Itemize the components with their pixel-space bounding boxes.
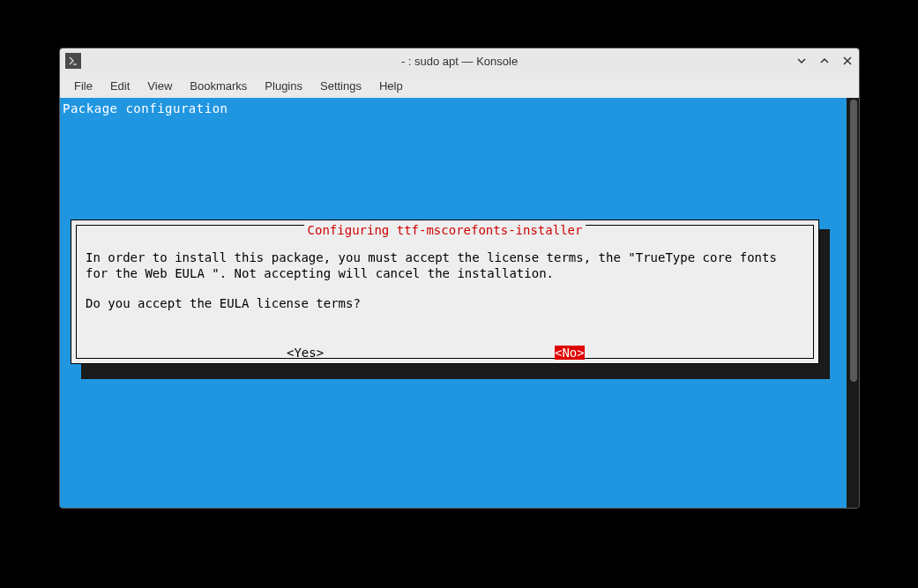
menu-edit[interactable]: Edit: [101, 76, 138, 96]
window-controls: [794, 53, 855, 69]
app-icon: [65, 53, 81, 69]
scrollbar[interactable]: [847, 98, 859, 508]
eula-dialog: Configuring ttf-mscorefonts-installer In…: [71, 220, 819, 364]
konsole-window: - : sudo apt — Konsole File Edit View Bo…: [59, 48, 860, 509]
menu-bookmarks[interactable]: Bookmarks: [181, 76, 256, 96]
menu-settings[interactable]: Settings: [311, 76, 370, 96]
no-button[interactable]: <No>: [555, 346, 585, 360]
scrollbar-thumb[interactable]: [850, 100, 857, 382]
dialog-text-1: In order to install this package, you mu…: [86, 250, 804, 281]
titlebar: - : sudo apt — Konsole: [60, 48, 859, 73]
menu-file[interactable]: File: [65, 76, 101, 96]
menu-help[interactable]: Help: [370, 76, 412, 96]
dialog-frame: Configuring ttf-mscorefonts-installer In…: [76, 225, 814, 359]
yes-button[interactable]: <Yes>: [287, 346, 324, 360]
menubar: File Edit View Bookmarks Plugins Setting…: [60, 73, 859, 98]
window-title: - : sudo apt — Konsole: [401, 55, 518, 68]
close-button[interactable]: [840, 53, 855, 69]
package-config-header: Package configuration: [63, 101, 228, 115]
dialog-text-2: Do you accept the EULA license terms?: [86, 296, 804, 312]
dialog-body: In order to install this package, you mu…: [86, 250, 804, 327]
terminal-content: Package configuration Configuring ttf-ms…: [60, 98, 847, 508]
menu-plugins[interactable]: Plugins: [256, 76, 311, 96]
minimize-button[interactable]: [794, 53, 810, 69]
dialog-title: Configuring ttf-mscorefonts-installer: [304, 223, 586, 237]
maximize-button[interactable]: [817, 53, 832, 69]
menu-view[interactable]: View: [138, 76, 181, 96]
terminal-area[interactable]: Package configuration Configuring ttf-ms…: [60, 98, 859, 508]
